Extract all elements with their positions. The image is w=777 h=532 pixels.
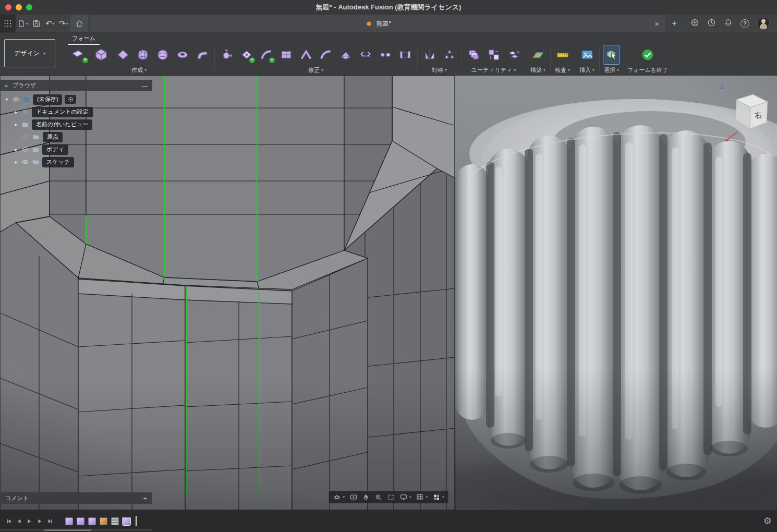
save-icon[interactable] bbox=[30, 15, 43, 32]
edit-form-icon[interactable] bbox=[218, 45, 235, 65]
timeline-step-back-icon[interactable] bbox=[16, 518, 22, 525]
close-window-button[interactable] bbox=[5, 4, 11, 10]
app-grid-icon[interactable] bbox=[0, 15, 16, 32]
display-settings-icon[interactable] bbox=[399, 493, 407, 501]
group-label-utilities[interactable]: ユーティリティ▾ bbox=[471, 66, 516, 74]
chevron-down-icon[interactable]: ▾ bbox=[4, 96, 9, 102]
browser-item-named-views[interactable]: ▸ 名前の付いたビュー bbox=[0, 119, 152, 130]
repair-body-icon[interactable] bbox=[485, 45, 502, 65]
group-label-construct[interactable]: 構築▾ bbox=[530, 66, 545, 74]
mirror-symmetry-icon[interactable] bbox=[421, 45, 438, 65]
crease-icon[interactable] bbox=[297, 45, 314, 65]
browser-item-label[interactable]: 名前の付いたビュー bbox=[32, 119, 92, 130]
extensions-icon[interactable] bbox=[690, 18, 699, 29]
group-label-create[interactable]: 作成▾ bbox=[131, 66, 147, 74]
select-tool-icon[interactable] bbox=[603, 45, 620, 65]
insert-point-icon[interactable]: + bbox=[238, 45, 255, 65]
activate-component-icon[interactable] bbox=[65, 95, 76, 104]
zoom-window-button[interactable] bbox=[26, 4, 32, 10]
look-at-icon[interactable] bbox=[349, 493, 357, 501]
timeline-form-feature-icon-current[interactable] bbox=[123, 517, 130, 525]
browser-item-bodies[interactable]: ▸ ボディ bbox=[0, 144, 152, 155]
insert-edge-icon[interactable]: + bbox=[258, 45, 275, 65]
visibility-eye-icon[interactable] bbox=[21, 146, 29, 153]
group-label-insert[interactable]: 挿入▾ bbox=[579, 66, 594, 74]
uncrease-icon[interactable] bbox=[317, 45, 334, 65]
bridge-icon[interactable] bbox=[396, 45, 414, 65]
timeline-step-forward-icon[interactable] bbox=[37, 518, 43, 525]
quadball-tool-icon[interactable] bbox=[134, 45, 151, 65]
fit-icon[interactable] bbox=[387, 493, 395, 501]
home-icon[interactable] bbox=[70, 15, 88, 32]
timeline-form-feature-icon[interactable] bbox=[88, 517, 96, 525]
timeline-feature-icon[interactable] bbox=[100, 517, 107, 525]
timeline-play-icon[interactable] bbox=[26, 518, 33, 525]
convert-icon[interactable] bbox=[505, 45, 522, 65]
collapse-panel-icon[interactable]: « bbox=[5, 82, 8, 89]
weld-vertices-icon[interactable] bbox=[377, 45, 394, 65]
new-tab-icon[interactable]: + bbox=[665, 15, 683, 32]
timeline-sketch-feature-icon[interactable] bbox=[65, 517, 73, 525]
chevron-right-icon[interactable]: ▸ bbox=[14, 147, 19, 152]
group-label-symmetry[interactable]: 対称▾ bbox=[432, 66, 447, 74]
orbit-icon[interactable] bbox=[333, 493, 341, 501]
minimize-window-button[interactable] bbox=[16, 4, 22, 10]
job-status-icon[interactable] bbox=[707, 18, 716, 29]
visibility-eye-icon[interactable] bbox=[21, 158, 29, 166]
timeline-settings-gear-icon[interactable]: ⚙ bbox=[763, 516, 772, 526]
document-tab[interactable]: 無題* × bbox=[91, 15, 665, 32]
avatar[interactable] bbox=[757, 17, 770, 30]
slide-edge-icon[interactable] bbox=[357, 45, 374, 65]
timeline-scrollbar-handle[interactable] bbox=[44, 529, 91, 531]
viewports-icon[interactable] bbox=[432, 493, 440, 501]
zoom-icon[interactable] bbox=[374, 493, 382, 501]
new-file-icon[interactable]: ▾ bbox=[16, 15, 30, 32]
chevron-right-icon[interactable]: ▸ bbox=[14, 122, 19, 127]
group-label-finish-form[interactable]: フォームを終了 bbox=[627, 66, 668, 74]
grid-settings-icon[interactable] bbox=[416, 493, 424, 501]
timeline-playhead[interactable] bbox=[136, 516, 137, 526]
measure-icon[interactable] bbox=[554, 45, 571, 65]
pan-icon[interactable] bbox=[362, 493, 370, 501]
subdivide-icon[interactable] bbox=[277, 45, 295, 65]
viewcube[interactable]: Z 右 bbox=[718, 82, 775, 146]
browser-item-label[interactable]: スケッチ bbox=[42, 157, 74, 167]
visibility-eye-icon[interactable] bbox=[12, 95, 20, 103]
pipe-tool-icon[interactable] bbox=[193, 45, 211, 65]
finish-form-icon[interactable] bbox=[639, 45, 657, 65]
group-label-select[interactable]: 選択▾ bbox=[604, 66, 619, 74]
bevel-edge-icon[interactable] bbox=[337, 45, 354, 65]
timeline-sketch-feature-icon[interactable] bbox=[77, 517, 84, 525]
torus-tool-icon[interactable] bbox=[174, 45, 191, 65]
tab-close-icon[interactable]: × bbox=[654, 19, 659, 28]
tab-form[interactable]: フォーム bbox=[68, 33, 100, 45]
redo-icon[interactable]: ↷▾ bbox=[57, 15, 70, 32]
browser-item-document-settings[interactable]: ▸ ドキュメントの設定 bbox=[0, 106, 152, 117]
chevron-right-icon[interactable]: ▸ bbox=[14, 109, 19, 115]
browser-item-label[interactable]: ボディ bbox=[42, 144, 68, 155]
browser-item-sketches[interactable]: ▸ スケッチ bbox=[0, 156, 152, 167]
insert-image-icon[interactable] bbox=[578, 45, 596, 65]
face-tool-icon[interactable]: + bbox=[67, 45, 88, 65]
add-comment-icon[interactable]: + bbox=[143, 494, 147, 502]
undo-icon[interactable]: ↶▾ bbox=[43, 15, 57, 32]
display-mode-icon[interactable] bbox=[465, 45, 482, 65]
group-label-modify[interactable]: 修正▾ bbox=[308, 66, 323, 74]
box-tool-icon[interactable] bbox=[91, 45, 112, 65]
browser-item-document[interactable]: ▾ (未保存) bbox=[0, 94, 152, 105]
browser-item-label[interactable]: ドキュメントの設定 bbox=[32, 107, 93, 117]
browser-item-origin[interactable]: 原点 bbox=[0, 131, 152, 142]
browser-item-label[interactable]: 原点 bbox=[43, 132, 63, 142]
timeline-scrollbar[interactable] bbox=[0, 529, 152, 531]
workspace-menu-button[interactable]: デザイン ▾ bbox=[4, 39, 55, 67]
minimize-panel-icon[interactable]: — bbox=[142, 82, 148, 89]
visibility-eye-off-icon[interactable] bbox=[22, 133, 30, 141]
chevron-right-icon[interactable]: ▸ bbox=[14, 159, 19, 165]
timeline-skip-end-icon[interactable] bbox=[47, 518, 54, 525]
sphere-tool-icon[interactable] bbox=[154, 45, 171, 65]
plane-tool-icon[interactable] bbox=[114, 45, 131, 65]
comments-bar[interactable]: コメント + bbox=[0, 492, 152, 504]
help-icon[interactable]: ? bbox=[740, 19, 749, 28]
notifications-icon[interactable] bbox=[724, 18, 733, 29]
timeline-pattern-feature-icon[interactable] bbox=[111, 517, 119, 525]
